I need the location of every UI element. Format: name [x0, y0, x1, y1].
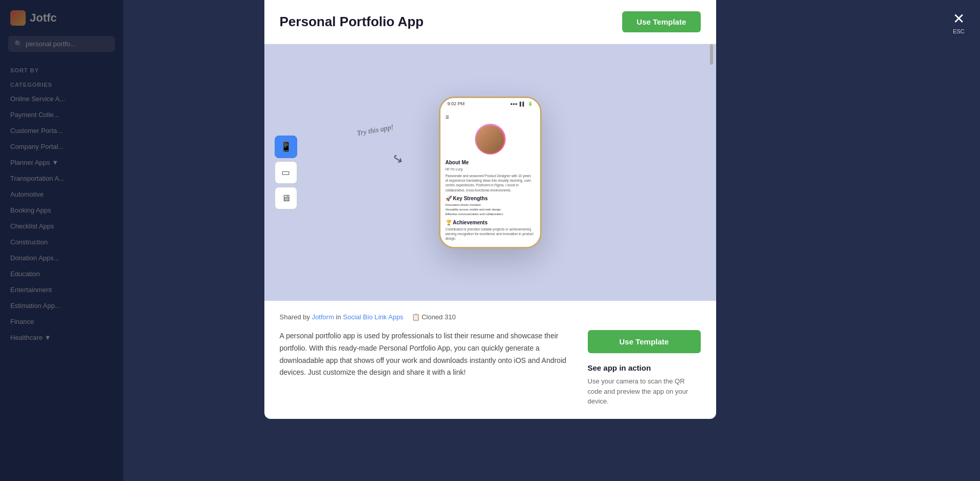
modal-header: Personal Portfolio App Use Template [264, 0, 716, 44]
use-template-main-button[interactable]: Use Template [588, 330, 701, 353]
see-in-action-desc: Use your camera to scan the QR code and … [588, 376, 701, 407]
modal-preview-area: 📱 ▭ 🖥 Try this app! ↪ 9:02 PM ●●● ▌▌ 🔋 [264, 44, 716, 301]
phone-avatar-image [476, 125, 504, 153]
modal-layout: A personal portfolio app is used by prof… [280, 330, 701, 407]
modal-meta: Shared by Jotform in Social Bio Link App… [280, 313, 701, 321]
phone-strengths-title: 🚀 Key Strengths [446, 196, 535, 201]
mobile-device-button[interactable]: 📱 [275, 136, 297, 158]
modal-actions: Use Template See app in action Use your … [588, 330, 701, 407]
esc-label: ESC [953, 28, 965, 34]
cloned-text: Cloned [421, 313, 445, 321]
cloned-count: 310 [445, 313, 456, 321]
mobile-icon: 📱 [280, 141, 292, 152]
phone-time: 9:02 PM [448, 101, 465, 106]
desktop-icon: 🖥 [281, 193, 291, 204]
phone-strength-3: Effective communication and collaboratio… [446, 212, 535, 217]
phone-mockup: 9:02 PM ●●● ▌▌ 🔋 ≡ About Me Hi! I'm Lucy… [439, 97, 542, 248]
phone-hamburger: ≡ [446, 113, 535, 121]
use-template-header-button[interactable]: Use Template [622, 11, 700, 32]
phone-about-title: About Me [446, 160, 535, 165]
phone-bio: Passionate and seasoned Product Designer… [446, 174, 535, 192]
tablet-icon: ▭ [281, 167, 290, 178]
phone-avatar [475, 124, 506, 155]
author-link[interactable]: Jotform [312, 313, 334, 321]
modal-description: A personal portfolio app is used by prof… [280, 330, 572, 407]
modal-scrollbar-thumb[interactable] [710, 44, 713, 65]
close-button[interactable]: ✕ ESC [953, 10, 965, 34]
try-arrow: ↪ [390, 150, 406, 168]
category-link[interactable]: Social Bio Link Apps [343, 313, 403, 321]
modal-scrollbar-track [710, 44, 713, 301]
phone-strength-1: Innovation-driven mindset [446, 203, 535, 207]
modal-dialog: Personal Portfolio App Use Template 📱 ▭ … [264, 0, 716, 419]
modal-body: Shared by Jotform in Social Bio Link App… [264, 301, 716, 419]
try-annotation: Try this app! [356, 123, 394, 138]
phone-content: ≡ About Me Hi! I'm Lucy. Passionate and … [440, 109, 540, 247]
desktop-device-button[interactable]: 🖥 [275, 187, 297, 209]
phone-achievements-title: 🏆 Achievements [446, 220, 535, 225]
close-icon: ✕ [953, 10, 965, 27]
tablet-device-button[interactable]: ▭ [275, 161, 297, 184]
phone-greeting: Hi! I'm Lucy. [446, 167, 535, 171]
see-in-action-title: See app in action [588, 363, 701, 372]
clone-icon: 📋 [412, 313, 420, 321]
in-text: in [336, 313, 343, 321]
device-selector: 📱 ▭ 🖥 [275, 136, 297, 209]
phone-status-bar: 9:02 PM ●●● ▌▌ 🔋 [440, 98, 540, 109]
modal-title: Personal Portfolio App [280, 14, 424, 30]
phone-status-icons: ●●● ▌▌ 🔋 [510, 102, 533, 106]
phone-strength-2: Versatility across mobile and web design [446, 207, 535, 212]
try-annotation-text: Try this app! [356, 123, 394, 137]
phone-achievements-text: Contributed to [mention notable projects… [446, 227, 535, 241]
shared-by-text: Shared by [280, 313, 312, 321]
